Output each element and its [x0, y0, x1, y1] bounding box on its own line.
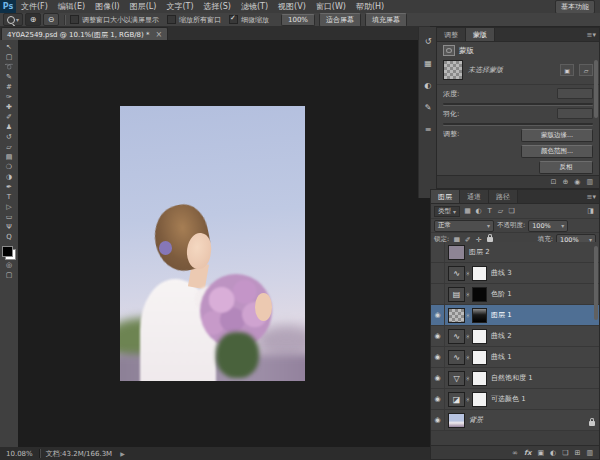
gradient-tool[interactable]: ▤	[1, 152, 17, 162]
layer-row[interactable]: ◉▽∞自然饱和度 1	[431, 368, 599, 389]
layer-visibility-toggle[interactable]: ◉	[431, 389, 445, 409]
swatches-panel-icon[interactable]: ▦	[422, 58, 434, 68]
layer-visibility-toggle[interactable]: ◉	[431, 410, 445, 430]
filter-kind-dropdown[interactable]: 类型 ▾	[434, 206, 460, 217]
mask-link-icon[interactable]: ∞	[465, 312, 472, 319]
add-layer-mask-icon[interactable]: ▣	[537, 449, 544, 457]
new-group-icon[interactable]: ❏	[562, 449, 568, 457]
history-brush-tool[interactable]: ↺	[1, 132, 17, 142]
filter-adjustment-icon[interactable]: ◐	[473, 206, 484, 216]
zoom-in-mode-button[interactable]: ⊕	[25, 13, 41, 26]
layer-visibility-toggle[interactable]	[431, 242, 445, 262]
resize-windows-checkbox-box[interactable]	[70, 15, 79, 24]
quick-selection-tool[interactable]: ✎	[1, 72, 17, 82]
info-panel-icon[interactable]: ≡	[422, 124, 434, 134]
scrollbar[interactable]	[594, 60, 598, 118]
opacity-dropdown[interactable]: 100% ▾	[528, 220, 568, 232]
disable-mask-icon[interactable]: ◉	[574, 178, 580, 186]
blend-mode-dropdown[interactable]: 正常 ▾	[434, 220, 494, 232]
new-layer-icon[interactable]: ⊞	[575, 449, 581, 457]
mask-link-icon[interactable]: ∞	[465, 354, 472, 361]
foreground-color-swatch[interactable]	[2, 246, 13, 257]
shape-tool[interactable]: ▭	[1, 212, 17, 222]
layer-thumbnail[interactable]	[448, 245, 465, 260]
status-menu-arrow[interactable]: ▶	[120, 450, 125, 457]
color-range-button[interactable]: 颜色范围...	[521, 145, 593, 158]
menu-item[interactable]: 滤镜(T)	[236, 1, 273, 12]
resize-windows-checkbox[interactable]: 调整窗口大小以满屏显示	[70, 15, 159, 25]
layer-row[interactable]: ◉背景	[431, 410, 599, 431]
scrollbar[interactable]	[594, 246, 598, 320]
blur-tool[interactable]: ❍	[1, 162, 17, 172]
density-value[interactable]	[557, 88, 593, 99]
menu-item[interactable]: 图层(L)	[125, 1, 162, 12]
photo-document[interactable]	[120, 106, 305, 381]
layer-mask-thumbnail[interactable]	[472, 266, 487, 281]
tab-masks[interactable]: 蒙版	[466, 28, 495, 41]
workspace-switcher[interactable]: 基本功能	[555, 0, 595, 14]
marquee-tool[interactable]: ▢	[1, 52, 17, 62]
zoom-out-mode-button[interactable]: ⊖	[43, 13, 59, 26]
layer-thumbnail[interactable]: ∿	[448, 266, 465, 281]
styles-panel-icon[interactable]: ✎	[422, 102, 434, 112]
clone-stamp-tool[interactable]: ♟	[1, 122, 17, 132]
scrubby-zoom-checkbox[interactable]: 细微缩放	[229, 15, 269, 25]
hand-tool[interactable]: Ψ	[1, 222, 17, 232]
lasso-tool[interactable]: ➰	[1, 62, 17, 72]
eyedropper-tool[interactable]: ✑	[1, 92, 17, 102]
layer-thumbnail[interactable]: ◪	[448, 392, 465, 407]
eraser-tool[interactable]: ▱	[1, 142, 17, 152]
path-selection-tool[interactable]: ▷	[1, 202, 17, 212]
menu-item[interactable]: 帮助(H)	[351, 1, 389, 12]
mask-thumbnail[interactable]	[443, 60, 463, 80]
layer-row[interactable]: ◉∿∞曲线 2	[431, 326, 599, 347]
filter-pixel-icon[interactable]: ▦	[462, 206, 473, 216]
fill-screen-button[interactable]: 填充屏幕	[365, 13, 407, 27]
delete-layer-icon[interactable]: ▥	[586, 449, 593, 457]
tab-paths[interactable]: 路径	[489, 190, 518, 203]
layer-mask-thumbnail[interactable]	[472, 392, 487, 407]
zoom-all-windows-checkbox-box[interactable]	[167, 15, 176, 24]
layer-visibility-toggle[interactable]: ◉	[431, 326, 445, 346]
history-panel-icon[interactable]: ↺	[422, 36, 434, 46]
layer-visibility-toggle[interactable]	[431, 284, 445, 304]
layer-mask-thumbnail[interactable]	[472, 287, 487, 302]
layer-visibility-toggle[interactable]	[431, 263, 445, 283]
layer-thumbnail[interactable]	[448, 308, 465, 323]
menu-item[interactable]: 窗口(W)	[311, 1, 351, 12]
zoom-tool[interactable]: Q	[1, 232, 17, 242]
invert-button[interactable]: 反相	[539, 161, 593, 174]
layer-row[interactable]: ∿∞曲线 3	[431, 263, 599, 284]
tab-layers[interactable]: 图层	[431, 190, 460, 203]
add-pixel-mask-icon[interactable]: ▣	[560, 64, 574, 76]
apply-mask-icon[interactable]: ⊕	[562, 178, 568, 186]
layer-thumbnail[interactable]: ▤	[448, 287, 465, 302]
layer-thumbnail[interactable]	[448, 413, 465, 428]
layer-row[interactable]: ◉◪∞可选颜色 1	[431, 389, 599, 410]
load-selection-icon[interactable]: ⊡	[551, 178, 557, 186]
zoom-level-field[interactable]: 10.08%	[6, 450, 33, 458]
mask-edge-button[interactable]: 蒙版边缘...	[521, 129, 593, 142]
menu-item[interactable]: 编辑(E)	[53, 1, 90, 12]
quick-mask-icon[interactable]: ◎	[1, 260, 17, 270]
brush-tool[interactable]: ✐	[1, 112, 17, 122]
adjustments-panel-icon[interactable]: ◐	[422, 80, 434, 90]
add-vector-mask-icon[interactable]: ▱	[579, 64, 593, 76]
pen-tool[interactable]: ✒	[1, 182, 17, 192]
close-icon[interactable]: ×	[155, 30, 162, 39]
filter-smart-object-icon[interactable]: ❏	[506, 206, 517, 216]
layer-thumbnail[interactable]: ∿	[448, 350, 465, 365]
crop-tool[interactable]: #	[1, 82, 17, 92]
layer-thumbnail[interactable]: ▽	[448, 371, 465, 386]
link-layers-icon[interactable]: ∞	[512, 449, 518, 457]
canvas-area[interactable]	[18, 40, 430, 447]
layer-mask-thumbnail[interactable]	[472, 308, 487, 323]
add-layer-style-icon[interactable]: fx	[524, 449, 532, 457]
tab-channels[interactable]: 通道	[460, 190, 489, 203]
actual-pixels-button[interactable]: 100%	[281, 14, 315, 26]
layer-mask-thumbnail[interactable]	[472, 371, 487, 386]
panel-menu-icon[interactable]: ≡▾	[587, 190, 599, 203]
mask-link-icon[interactable]: ∞	[465, 270, 472, 277]
layer-row[interactable]: ◉∞图层 1	[431, 305, 599, 326]
menu-item[interactable]: 选择(S)	[199, 1, 236, 12]
